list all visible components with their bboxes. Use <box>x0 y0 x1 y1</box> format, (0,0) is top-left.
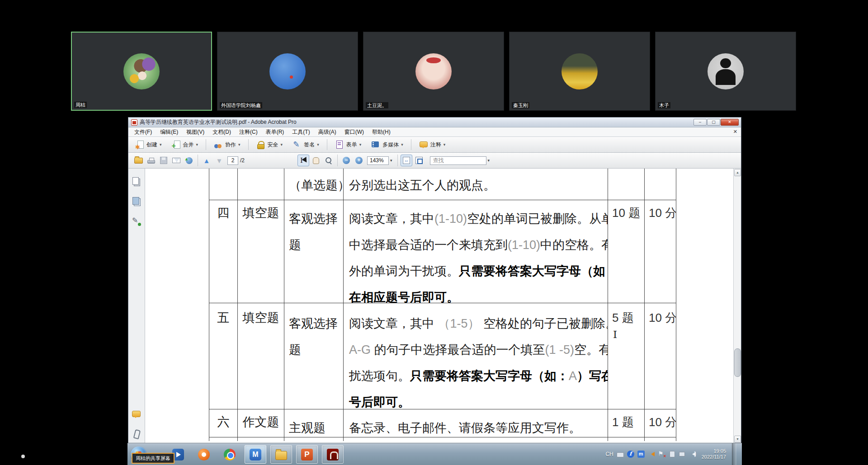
attachments-icon[interactable] <box>132 429 142 439</box>
taskbar-app-folder[interactable] <box>270 445 292 464</box>
window-titlebar[interactable]: 高等学历继续教育英语学业水平测试说明.pdf - Adobe Acrobat P… <box>128 117 741 127</box>
text-segment: 的句子中选择最合适的一个填至 <box>374 343 545 357</box>
save-button[interactable] <box>158 155 170 166</box>
scroll-down-icon[interactable]: ▼ <box>734 436 741 443</box>
page-number-input[interactable]: 2 <box>227 156 238 165</box>
menu-item[interactable]: 表单(R) <box>262 127 288 136</box>
menu-item[interactable]: 文件(F) <box>130 127 156 136</box>
marquee-zoom-button[interactable] <box>323 155 335 166</box>
task-button-comment[interactable]: 注释▾ <box>417 139 448 150</box>
upload-globe-icon <box>186 157 193 164</box>
participant-name: 周桔 <box>74 102 87 108</box>
zoom-out-button[interactable]: − <box>340 155 352 166</box>
participant-tile[interactable]: 周桔 <box>71 32 212 111</box>
comments-panel-icon[interactable] <box>132 409 142 419</box>
participant-tile[interactable]: 外国语学院刘杨鑫 <box>217 32 358 111</box>
participant-tile[interactable]: 秦玉刚 <box>509 32 650 111</box>
screen: 周桔外国语学院刘杨鑫土豆泥。秦玉刚木子 高等学历继续教育英语学业水平测试说明.p… <box>0 0 868 465</box>
task-button-forms[interactable]: 表单▾ <box>333 139 364 150</box>
cell-question-count: 1 题 <box>608 409 645 437</box>
find-input[interactable]: 查找 <box>430 156 486 165</box>
task-button-create[interactable]: 创建▾ <box>133 139 164 150</box>
taskbar-app-acrobat[interactable] <box>322 445 344 464</box>
next-page-button[interactable]: ▼ <box>213 155 225 166</box>
menu-item[interactable]: 工具(T) <box>288 127 314 136</box>
taskbar-app-powerpoint[interactable]: P <box>296 445 318 464</box>
language-indicator[interactable]: CH <box>605 451 613 457</box>
menu-item[interactable]: 注释(C) <box>235 127 262 136</box>
print-button[interactable] <box>145 155 157 166</box>
maximize-button[interactable]: ▢ <box>707 119 720 126</box>
action-center-icon[interactable] <box>658 451 665 458</box>
text-segment: 分别选出这五个人的观点。 <box>349 178 495 192</box>
upload-button[interactable] <box>183 155 195 166</box>
clock[interactable]: 19:05 2022/11/17 <box>702 448 726 460</box>
scrollbar-thumb[interactable] <box>734 348 741 377</box>
page-thumbnails-icon[interactable] <box>132 177 142 187</box>
flash-icon[interactable]: f <box>627 451 634 458</box>
task-button-secure[interactable]: 安全▾ <box>254 139 285 150</box>
open-button[interactable] <box>132 155 144 166</box>
dropdown-caret-icon: ▾ <box>196 142 198 147</box>
menu-item[interactable]: 编辑(E) <box>156 127 182 136</box>
scroll-up-icon[interactable]: ▲ <box>734 169 741 176</box>
previous-page-button[interactable]: ▲ <box>201 155 212 166</box>
task-button-multimedia[interactable]: 多媒体▾ <box>369 139 406 150</box>
network-icon[interactable] <box>679 452 685 456</box>
forms-icon <box>335 140 344 149</box>
close-button[interactable]: ✕ <box>721 119 739 126</box>
count-text: 10 题 <box>612 206 644 220</box>
media-volume-icon[interactable] <box>648 451 655 458</box>
fit-width-button[interactable] <box>401 155 412 166</box>
taskbar-app-meeting[interactable]: M <box>245 445 266 464</box>
description-line: 分别选出这五个人的观点。 <box>349 172 608 198</box>
keyboard-icon[interactable] <box>617 452 624 457</box>
cell-score: 10 分 <box>645 200 676 303</box>
task-button-sign[interactable]: 签名▾ <box>290 139 321 150</box>
table-row: 六作文题主观题备忘录、电子邮件、请假条等应用文写作。1 题10 分 <box>209 409 676 437</box>
taskbar-app-chrome[interactable] <box>219 445 241 464</box>
zoom-in-button[interactable]: + <box>353 155 365 166</box>
description-line: 号后即可。 <box>349 389 608 409</box>
menu-item[interactable]: 视图(V) <box>182 127 208 136</box>
task-button-combine[interactable]: 合并▾ <box>170 139 201 150</box>
text-segment: 中的空格。有五个额 <box>540 238 608 252</box>
cell-question-type: 填空题 <box>238 200 284 303</box>
participant-tile[interactable]: 木子 <box>655 32 796 111</box>
menu-item[interactable]: 窗口(W) <box>340 127 368 136</box>
clipboard-icon[interactable] <box>670 451 675 457</box>
participant-name: 木子 <box>658 102 670 108</box>
app-m-icon[interactable]: m <box>637 451 645 458</box>
menu-item[interactable]: 帮助(H) <box>368 127 395 136</box>
multimedia-icon <box>371 140 380 149</box>
bookmarks-icon[interactable] <box>132 197 142 207</box>
comment-icon <box>419 140 428 149</box>
minimize-button[interactable]: – <box>693 119 707 126</box>
zoom-caret-icon[interactable]: ▾ <box>390 158 392 163</box>
find-caret-icon[interactable]: ▾ <box>488 158 490 163</box>
menubar-close-icon[interactable]: ✕ <box>733 129 737 135</box>
create-icon <box>135 140 144 149</box>
description-line: 在相应题号后即可。 <box>349 284 608 303</box>
category-line: （单选题） <box>289 172 343 198</box>
cell-question-count: 10 题 <box>608 200 645 303</box>
description-line: 外的单词为干扰项。只需要将答案大写字母（如：A）写 <box>349 258 608 284</box>
vertical-scrollbar[interactable]: ▲ ▼ <box>733 169 741 443</box>
menu-item[interactable]: 文档(D) <box>208 127 235 136</box>
select-tool-button[interactable] <box>297 155 309 166</box>
task-button-collaborate[interactable]: 协作▾ <box>212 139 243 150</box>
participant-tile[interactable]: 土豆泥。 <box>363 32 504 111</box>
cell-description: 备忘录、电子邮件、请假条等应用文写作。 <box>344 409 608 437</box>
document-pane[interactable]: （单选题）分别选出这五个人的观点。四填空题客观选择题阅读文章，其中(1-10)空… <box>145 169 733 443</box>
fit-page-button[interactable] <box>413 155 425 166</box>
signatures-icon[interactable] <box>132 216 142 226</box>
taskbar-app-browser[interactable] <box>193 445 215 464</box>
email-button[interactable] <box>170 155 182 166</box>
cell-score <box>645 437 676 441</box>
menu-item[interactable]: 高级(A) <box>314 127 340 136</box>
show-desktop-button[interactable] <box>732 443 736 465</box>
text-segment: 扰选项句。 <box>349 369 410 383</box>
zoom-level-select[interactable]: 143% <box>367 156 389 165</box>
hand-tool-button[interactable] <box>310 155 322 166</box>
volume-icon[interactable] <box>689 451 697 458</box>
